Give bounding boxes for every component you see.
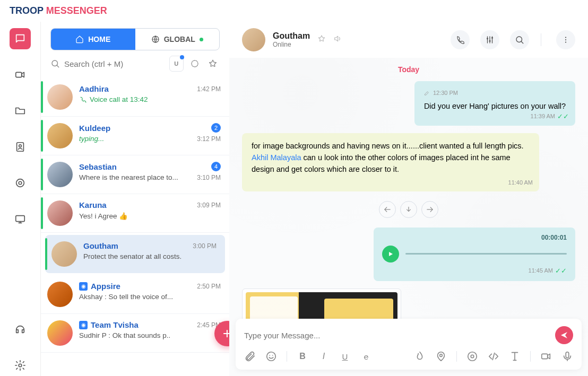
image-thumbnail [246, 292, 397, 319]
code-icon[interactable] [488, 351, 499, 362]
speaker-icon[interactable] [333, 34, 342, 45]
chat-preview: typing... [79, 135, 194, 143]
rail-contacts-icon[interactable] [10, 136, 31, 158]
chat-time: 3:12 PM [197, 135, 221, 143]
underline-icon[interactable]: U [339, 351, 351, 362]
svg-point-11 [489, 40, 491, 42]
header-avatar[interactable] [242, 28, 265, 51]
voice-track[interactable] [405, 253, 567, 255]
action-reply-icon[interactable] [379, 201, 396, 218]
conversation-header: Goutham Online [229, 22, 588, 58]
message-out-1[interactable]: 12:30 PM Did you ever Hang' pictures on … [414, 81, 575, 126]
message-input[interactable] [244, 331, 549, 340]
tabs: HOME GLOBAL [50, 28, 220, 50]
svg-point-20 [471, 355, 474, 358]
voice-message[interactable]: 00:00:01 11:45 AM✓✓ [374, 228, 575, 281]
message-in-1[interactable]: for image backgrounds and having news on… [242, 133, 539, 191]
strike-icon[interactable]: e [360, 351, 372, 362]
rail-headset-icon[interactable] [10, 319, 31, 340]
chat-item[interactable]: ◉Team Tvisha2:45 PM Sudhir P : Ok that s… [41, 314, 229, 353]
chat-preview: Voice call at 13:42 [90, 95, 221, 103]
filter-star-icon[interactable] [206, 56, 220, 72]
unread-badge: 2 [211, 123, 221, 133]
chat-preview: Where is the nearest place to... [79, 173, 194, 181]
chat-item[interactable]: Aadhira1:42 PM Voice call at 13:42 [41, 78, 229, 117]
image-message[interactable] [242, 288, 401, 319]
rail-video-icon[interactable] [10, 64, 31, 85]
chat-name: Goutham [83, 241, 118, 250]
search-button[interactable] [510, 30, 529, 49]
tab-home[interactable]: HOME [51, 29, 135, 50]
play-button[interactable] [382, 246, 399, 263]
filter-unread-button[interactable]: U [169, 56, 184, 72]
avatar [47, 282, 73, 307]
chat-preview: Protect the senator at all costs. [83, 252, 217, 260]
voice-duration: 00:00:01 [382, 234, 567, 241]
avatar [47, 200, 73, 226]
message-actions [379, 201, 438, 218]
chat-name: Aadhira [79, 84, 109, 93]
svg-point-3 [16, 179, 24, 187]
chat-time: 1:42 PM [197, 85, 221, 93]
star-icon[interactable] [317, 34, 326, 45]
attach-icon[interactable] [244, 351, 256, 362]
day-separator: Today [242, 65, 575, 74]
avatar [47, 123, 73, 148]
mic-icon[interactable] [561, 351, 573, 362]
brand: TROOP MESSENGER [0, 0, 588, 22]
chat-name: Team Tvisha [91, 320, 139, 329]
record-icon[interactable] [466, 351, 478, 362]
msg2-mention[interactable]: Akhil Malayala [252, 153, 301, 162]
rail-circle-icon[interactable] [10, 172, 31, 194]
equalizer-button[interactable] [480, 30, 499, 49]
svg-point-18 [440, 354, 443, 357]
voice-time: 11:45 AM [529, 267, 553, 274]
brand-part2: MESSENGER [46, 5, 107, 16]
chat-item[interactable]: Sebastian4 Where is the nearest place to… [41, 155, 229, 194]
svg-rect-22 [566, 352, 569, 358]
location-icon[interactable] [435, 351, 447, 362]
chat-time: 3:09 PM [197, 202, 221, 209]
online-bar [45, 238, 47, 270]
text-tool-icon[interactable] [509, 351, 521, 362]
fire-icon[interactable] [414, 351, 426, 362]
rail-settings-icon[interactable] [10, 355, 31, 376]
read-ticks-icon: ✓✓ [557, 111, 569, 122]
group-icon: ◉ [79, 282, 88, 291]
action-down-icon[interactable] [400, 201, 417, 218]
video-record-icon[interactable] [540, 351, 552, 362]
search-box[interactable] [50, 59, 165, 68]
emoji-icon[interactable] [265, 351, 277, 362]
rail-monitor-icon[interactable] [10, 208, 31, 230]
chat-preview: Yes! i Agree 👍 [79, 212, 221, 220]
svg-point-14 [565, 37, 566, 38]
chat-item[interactable]: Kuldeep2 typing...3:12 PM [41, 117, 229, 155]
chat-time: 3:00 PM [193, 242, 217, 250]
tab-global[interactable]: GLOBAL [135, 29, 220, 50]
more-button[interactable] [556, 30, 575, 49]
send-button[interactable] [555, 326, 573, 344]
filter-circle-icon[interactable] [188, 56, 202, 72]
unread-badge: 4 [211, 162, 221, 171]
chat-name: Karuna [79, 200, 107, 209]
tab-home-label: HOME [88, 35, 110, 43]
rail-folder-icon[interactable] [10, 100, 31, 121]
chat-item[interactable]: Karuna3:09 PM Yes! i Agree 👍 [41, 194, 229, 233]
chat-item[interactable]: ◉Appsire2:50 PM Akshay : So tell the voi… [41, 275, 229, 314]
action-forward-icon[interactable] [421, 201, 438, 218]
svg-point-19 [468, 352, 477, 361]
online-bar [41, 159, 43, 190]
svg-point-9 [192, 60, 198, 67]
chat-item[interactable]: Goutham3:00 PM Protect the senator at al… [45, 235, 225, 273]
call-button[interactable] [451, 30, 470, 49]
rail-chat-icon[interactable] [10, 28, 31, 49]
composer: B I U e [236, 319, 582, 370]
brand-part1: TROOP [10, 5, 44, 16]
avatar [47, 320, 73, 346]
italic-icon[interactable]: I [318, 351, 330, 362]
search-input[interactable] [64, 59, 165, 68]
bold-icon[interactable]: B [297, 351, 308, 362]
chat-list-panel: HOME GLOBAL U [40, 22, 229, 376]
chat-preview: Akshay : So tell the voice of... [79, 293, 221, 301]
avatar [47, 162, 73, 187]
